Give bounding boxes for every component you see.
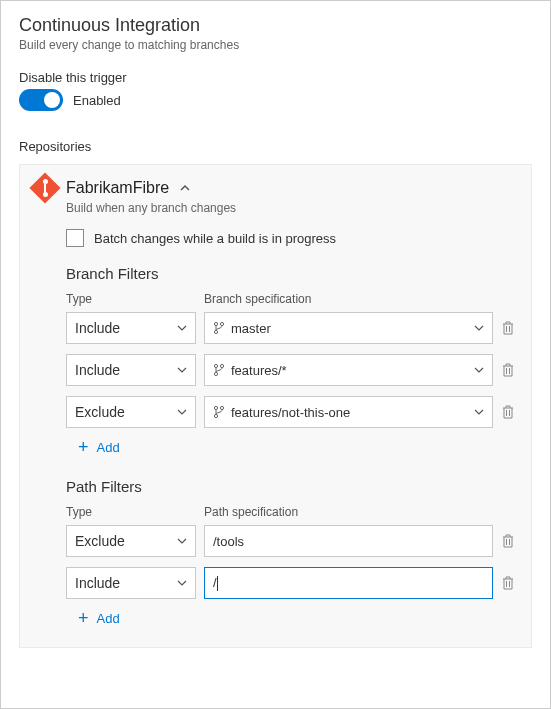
path-spec-input[interactable]: /	[204, 567, 493, 599]
add-label: Add	[97, 611, 120, 626]
disable-trigger-label: Disable this trigger	[19, 70, 532, 85]
delete-icon[interactable]	[501, 404, 517, 420]
repository-card: FabrikamFibre Build when any branch chan…	[19, 164, 532, 648]
branch-icon	[213, 321, 225, 335]
chevron-down-icon	[177, 407, 187, 417]
filter-type-value: Include	[75, 320, 120, 336]
filter-type-select[interactable]: Include	[66, 312, 196, 344]
svg-point-7	[220, 406, 223, 409]
toggle-state-label: Enabled	[73, 93, 121, 108]
filter-type-select[interactable]: Include	[66, 567, 196, 599]
branch-spec-select[interactable]: features/*	[204, 354, 493, 386]
path-filter-row: Exclude /tools	[66, 525, 517, 557]
plus-icon: +	[78, 609, 89, 627]
delete-icon[interactable]	[501, 362, 517, 378]
page-title: Continuous Integration	[19, 15, 532, 36]
repositories-heading: Repositories	[19, 139, 532, 154]
svg-point-0	[214, 322, 217, 325]
path-filter-row: Include /	[66, 567, 517, 599]
branch-icon	[213, 363, 225, 377]
delete-icon[interactable]	[501, 533, 517, 549]
branch-filter-row: Exclude features/not-this-one	[66, 396, 517, 428]
branch-spec-value: features/*	[231, 363, 468, 378]
delete-icon[interactable]	[501, 320, 517, 336]
batch-checkbox[interactable]	[66, 229, 84, 247]
svg-point-2	[214, 330, 217, 333]
filter-type-select[interactable]: Exclude	[66, 525, 196, 557]
filter-type-value: Exclude	[75, 533, 125, 549]
chevron-up-icon[interactable]	[179, 182, 191, 194]
svg-point-3	[214, 364, 217, 367]
chevron-down-icon	[474, 323, 484, 333]
chevron-down-icon	[177, 365, 187, 375]
add-label: Add	[97, 440, 120, 455]
branch-spec-select[interactable]: features/not-this-one	[204, 396, 493, 428]
chevron-down-icon	[177, 323, 187, 333]
plus-icon: +	[78, 438, 89, 456]
branch-spec-value: master	[231, 321, 468, 336]
svg-point-8	[214, 414, 217, 417]
path-spec-header: Path specification	[204, 505, 517, 519]
chevron-down-icon	[177, 536, 187, 546]
svg-point-4	[220, 364, 223, 367]
chevron-down-icon	[177, 578, 187, 588]
branch-spec-header: Branch specification	[204, 292, 517, 306]
branch-filter-row: Include master	[66, 312, 517, 344]
repo-description: Build when any branch changes	[66, 201, 517, 215]
branch-spec-value: features/not-this-one	[231, 405, 468, 420]
repo-name[interactable]: FabrikamFibre	[66, 179, 169, 197]
add-path-filter-button[interactable]: + Add	[78, 609, 517, 627]
page-subtitle: Build every change to matching branches	[19, 38, 532, 52]
filter-type-select[interactable]: Include	[66, 354, 196, 386]
branch-filter-row: Include features/*	[66, 354, 517, 386]
enable-toggle[interactable]	[19, 89, 63, 111]
filter-type-value: Include	[75, 575, 120, 591]
delete-icon[interactable]	[501, 575, 517, 591]
batch-label: Batch changes while a build is in progre…	[94, 231, 336, 246]
filter-type-select[interactable]: Exclude	[66, 396, 196, 428]
filter-type-value: Include	[75, 362, 120, 378]
branch-filters-heading: Branch Filters	[66, 265, 517, 282]
path-filters-heading: Path Filters	[66, 478, 517, 495]
toggle-knob	[44, 92, 60, 108]
filter-type-value: Exclude	[75, 404, 125, 420]
svg-point-5	[214, 372, 217, 375]
chevron-down-icon	[474, 407, 484, 417]
path-type-header: Type	[66, 505, 204, 519]
add-branch-filter-button[interactable]: + Add	[78, 438, 517, 456]
path-spec-value: /	[213, 575, 484, 591]
chevron-down-icon	[474, 365, 484, 375]
path-spec-value: /tools	[213, 534, 484, 549]
svg-point-1	[220, 322, 223, 325]
svg-point-6	[214, 406, 217, 409]
branch-spec-select[interactable]: master	[204, 312, 493, 344]
path-spec-input[interactable]: /tools	[204, 525, 493, 557]
branch-type-header: Type	[66, 292, 204, 306]
git-icon	[29, 172, 60, 203]
branch-icon	[213, 405, 225, 419]
